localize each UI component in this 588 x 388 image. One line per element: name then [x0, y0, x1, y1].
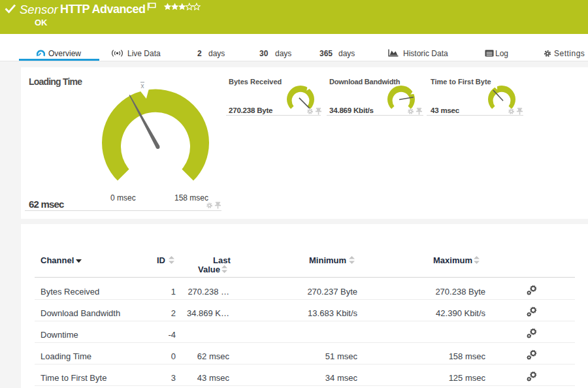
svg-text:x: x	[141, 82, 144, 89]
